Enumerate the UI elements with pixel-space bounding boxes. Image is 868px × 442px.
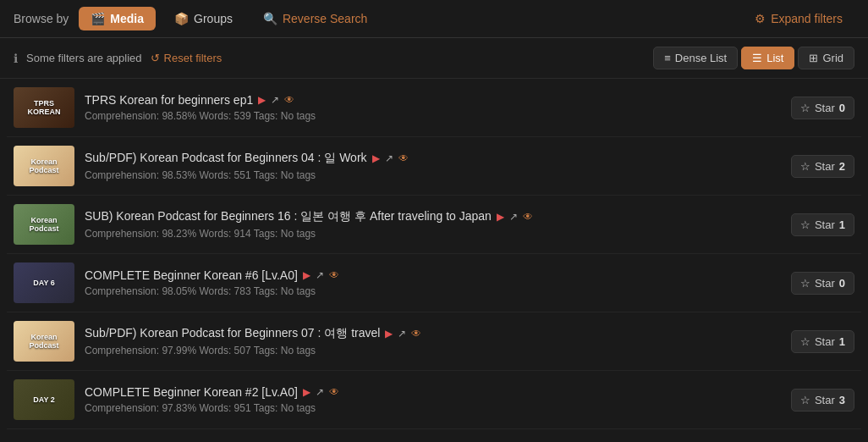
star-count: 1 (839, 218, 845, 231)
comprehension-label: Comprehension: (85, 285, 162, 297)
eye-icon[interactable]: 👁 (329, 269, 339, 281)
words-label: Words: (199, 228, 233, 240)
list-view-button[interactable]: ☰ List (741, 47, 794, 69)
star-button[interactable]: ☆ Star 1 (791, 213, 854, 236)
reset-filters-button[interactable]: ↺ Reset filters (151, 52, 222, 64)
tags-value: No tags (281, 345, 316, 356)
expand-filters-label: Expand filters (771, 12, 843, 25)
external-link-icon[interactable]: ↗ (509, 211, 518, 223)
item-meta: Comprehension: 97.83% Words: 951 Tags: N… (85, 402, 781, 414)
tags-value: No tags (281, 285, 316, 297)
tab-media[interactable]: 🎬 Media (79, 7, 156, 30)
star-icon: ☆ (800, 277, 810, 290)
star-count: 1 (839, 335, 845, 348)
tags-value: No tags (281, 169, 316, 181)
comprehension-label: Comprehension: (85, 228, 162, 240)
tags-value: No tags (281, 228, 316, 240)
star-label: Star (815, 394, 835, 406)
eye-icon[interactable]: 👁 (398, 152, 409, 164)
tags-label: Tags: (254, 169, 281, 181)
youtube-icon[interactable]: ▶ (372, 152, 380, 164)
list-icon: ☰ (752, 52, 762, 64)
dense-list-button[interactable]: ≡ Dense List (653, 47, 738, 69)
words-value: 551 (234, 169, 251, 181)
item-meta: Comprehension: 98.53% Words: 551 Tags: N… (85, 169, 781, 181)
words-value: 914 (234, 228, 251, 240)
external-link-icon[interactable]: ↗ (385, 152, 393, 164)
eye-icon[interactable]: 👁 (284, 94, 294, 106)
grid-label: Grid (822, 52, 843, 64)
item-meta: Comprehension: 98.05% Words: 783 Tags: N… (85, 285, 781, 297)
star-label: Star (815, 218, 835, 231)
item-title: SUB) Korean Podcast for Beginners 16 : 일… (85, 209, 781, 224)
list-item[interactable]: TPRSKOREAN TPRS Korean for beginners ep1… (7, 79, 861, 137)
comprehension-value: 98.53% (162, 169, 196, 181)
item-info: Sub/PDF) Korean Podcast for Beginners 04… (85, 151, 781, 181)
star-icon: ☆ (800, 102, 810, 114)
item-meta: Comprehension: 98.23% Words: 914 Tags: N… (85, 228, 781, 240)
item-info: SUB) Korean Podcast for Beginners 16 : 일… (85, 209, 781, 240)
tags-label: Tags: (254, 110, 281, 122)
item-title-text: Sub/PDF) Korean Podcast for Beginners 04… (85, 151, 367, 166)
star-label: Star (815, 102, 835, 114)
star-button[interactable]: ☆ Star 0 (791, 97, 854, 119)
youtube-icon[interactable]: ▶ (497, 211, 504, 223)
star-icon: ☆ (800, 160, 810, 173)
thumb-label: KoreanPodcast (29, 333, 58, 350)
thumb-label: DAY 6 (33, 279, 55, 287)
star-button[interactable]: ☆ Star 2 (791, 155, 854, 178)
eye-icon[interactable]: 👁 (411, 328, 421, 340)
words-label: Words: (199, 169, 233, 181)
list-item[interactable]: KoreanPodcast Sub/PDF) Korean Podcast fo… (7, 137, 861, 196)
tab-groups[interactable]: 📦 Groups (162, 7, 244, 30)
tab-media-label: Media (110, 12, 144, 25)
comprehension-value: 98.58% (162, 110, 196, 122)
youtube-icon[interactable]: ▶ (385, 328, 393, 340)
star-button[interactable]: ☆ Star 3 (791, 389, 854, 412)
item-title: COMPLETE Beginner Korean #2 [Lv.A0] ▶ ↗ … (85, 385, 781, 399)
grid-view-button[interactable]: ⊞ Grid (798, 47, 854, 69)
star-count: 0 (839, 277, 845, 290)
star-count: 0 (839, 102, 845, 114)
star-label: Star (815, 160, 835, 173)
list-item[interactable]: DAY 6 COMPLETE Beginner Korean #6 [Lv.A0… (7, 254, 861, 312)
star-icon: ☆ (800, 218, 810, 231)
item-title-text: SUB) Korean Podcast for Beginners 16 : 일… (85, 209, 492, 224)
thumb-label: KoreanPodcast (29, 157, 58, 174)
youtube-icon[interactable]: ▶ (258, 94, 266, 106)
star-label: Star (815, 277, 835, 290)
tags-value: No tags (281, 110, 316, 122)
external-link-icon[interactable]: ↗ (316, 386, 324, 398)
star-button[interactable]: ☆ Star 1 (791, 330, 854, 353)
nav-right: ⚙ Expand filters (743, 7, 854, 30)
external-link-icon[interactable]: ↗ (398, 328, 406, 340)
tags-value: No tags (281, 402, 316, 414)
external-link-icon[interactable]: ↗ (271, 94, 279, 106)
tags-label: Tags: (254, 228, 281, 240)
external-link-icon[interactable]: ↗ (316, 269, 324, 281)
item-meta: Comprehension: 98.58% Words: 539 Tags: N… (85, 110, 781, 122)
list-item[interactable]: KoreanPodcast SUB) Korean Podcast for Be… (7, 196, 861, 254)
youtube-icon[interactable]: ▶ (303, 269, 310, 281)
top-nav: Browse by 🎬 Media 📦 Groups 🔍 Reverse Sea… (0, 0, 868, 38)
thumb-label: KoreanPodcast (29, 216, 58, 233)
item-title: Sub/PDF) Korean Podcast for Beginners 07… (85, 326, 781, 341)
eye-icon[interactable]: 👁 (523, 211, 533, 223)
list-item[interactable]: DAY 2 COMPLETE Beginner Korean #2 [Lv.A0… (7, 371, 861, 429)
list-label: List (766, 52, 783, 64)
groups-icon: 📦 (174, 12, 189, 25)
comprehension-value: 97.83% (162, 402, 196, 414)
list-item[interactable]: KoreanPodcast Sub/PDF) Korean Podcast fo… (7, 312, 861, 371)
reverse-search-button[interactable]: 🔍 Reverse Search (251, 7, 379, 30)
star-button[interactable]: ☆ Star 0 (791, 272, 854, 295)
words-value: 783 (234, 285, 251, 297)
item-title-text: COMPLETE Beginner Korean #6 [Lv.A0] (85, 268, 298, 282)
tab-groups-label: Groups (194, 12, 233, 25)
youtube-icon[interactable]: ▶ (303, 386, 310, 398)
browse-by-label: Browse by (14, 12, 69, 25)
thumbnail: TPRSKOREAN (14, 87, 74, 128)
filter-icon: ⚙ (755, 12, 766, 25)
expand-filters-button[interactable]: ⚙ Expand filters (743, 7, 854, 30)
comprehension-value: 98.05% (162, 285, 196, 297)
eye-icon[interactable]: 👁 (329, 386, 339, 398)
